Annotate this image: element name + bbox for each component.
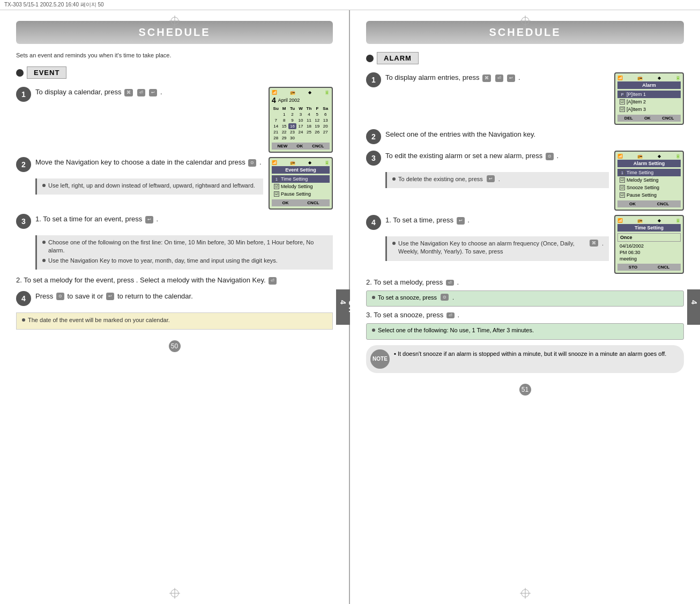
button-icon-1b: ⏎ — [137, 89, 145, 96]
alarm-section-label: ALARM — [366, 52, 419, 64]
alarm-section-dot — [366, 55, 374, 62]
alarm-set-item-1: 1 Time Setting — [617, 169, 681, 176]
alarm-screen-title: Alarm — [617, 81, 681, 89]
event-setting-title: Event Setting — [272, 166, 330, 174]
save-freq-btn: ⌘ — [590, 240, 598, 247]
crosshair-bottom-left — [169, 588, 180, 599]
calendar-table: SuMTuWThFSa 123456 78910111213 141516171… — [272, 106, 330, 141]
return-icon: ↩ — [106, 293, 114, 300]
calendar-month-year: April 2002 — [278, 98, 300, 103]
final-note-right: NOTE • It doesn't snooze if an alarm is … — [366, 345, 684, 373]
left-page: SCHEDULE Sets an event and reminds you w… — [0, 10, 350, 604]
alarm-step-3-content: To edit the existing alarm or set a new … — [385, 151, 609, 161]
alarm-edit-btn: ⊙ — [546, 153, 554, 160]
event-menu-1: 1 Time Setting — [272, 175, 330, 183]
snooze-step: 3. To set a snooze, press ⏎ . — [366, 311, 684, 319]
alarm-set-item-4: ☑ Pause Setting — [617, 191, 681, 199]
alarm-setting-screen: 📶📻◆🔋 Alarm Setting 1 Time Setting ☑ Melo… — [614, 151, 684, 211]
cal-week-3: 14151617181920 — [272, 123, 330, 129]
alarm-set-item-2: ☑ Melody Setting — [617, 176, 681, 184]
step-2-row: 2 Move the Navigation key to choose a da… — [16, 157, 263, 172]
step-3-row: 3 1. To set a time for an event, press ↩… — [16, 214, 333, 229]
step-3-content: 1. To set a time for an event, press ↩ . — [35, 214, 333, 225]
top-bar-text: TX-303 5/15-1 2002.5.20 16:40 페이지 50 — [4, 2, 104, 8]
button-icon-1a: ⌘ — [124, 89, 133, 96]
alarm-btn-3: ↩ — [507, 74, 515, 82]
alarm-set-item-3: ☑ Snooze Setting — [617, 184, 681, 191]
alarm-step-4-note: Use the Navigation Key to choose an alar… — [385, 236, 609, 261]
step-4-circle: 4 — [16, 291, 31, 306]
cal-week-1: 123456 — [272, 111, 330, 117]
alarm-btn-1: ⌘ — [482, 74, 491, 82]
event-setting-screen: 📶📻◆🔋 Event Setting 1 Time Setting ☑ Melo… — [269, 157, 333, 210]
step-2-circle: 2 — [16, 157, 31, 172]
snooze-icon: ⊙ — [441, 294, 449, 301]
time-setting-buttons: STO CNCL — [617, 264, 681, 271]
calendar-buttons: NEW OK CNCL — [272, 143, 330, 150]
event-menu-3: ☑ Pause Setting — [272, 190, 330, 198]
melody-button-icon: ⏎ — [269, 277, 277, 285]
alarm-screen-icons: 📶📻◆🔋 — [617, 76, 681, 80]
crosshair-bottom-right — [520, 588, 531, 599]
snooze-set-note: To set a snooze, press ⊙ . — [366, 290, 684, 307]
alarm-title: ALARM — [377, 52, 419, 64]
alarm-step-1-row: 1 To display alarm entries, press ⌘ ⏎ ↩ … — [366, 72, 609, 87]
alarm-setting-title: Alarm Setting — [617, 160, 681, 167]
event-screen-icons: 📶📻◆🔋 — [272, 160, 330, 165]
time-once: Once — [617, 233, 681, 242]
top-bar: TX-303 5/15-1 2002.5.20 16:40 페이지 50 — [0, 0, 700, 10]
save-icon: ⊙ — [56, 293, 64, 300]
event-setting-buttons: OK CNCL — [272, 199, 330, 206]
step-4-row: 4 Press ⊙ to save it or ↩ to return to t… — [16, 291, 333, 306]
left-page-subtitle: Sets an event and reminds you when it's … — [16, 52, 333, 58]
step-2-note: Use left, right, up and down instead of … — [35, 178, 263, 195]
alarm-screen-buttons: DEL OK CNCL — [617, 115, 681, 122]
alarm-step-4-circle: 4 — [366, 215, 381, 230]
right-page: SCHEDULE ALARM 1 To display alarm entrie… — [350, 10, 700, 604]
melody-right-btn: ⏎ — [446, 280, 454, 286]
step-1-row: 1 To display a calendar, press ⌘ ⏎ ↩ . — [16, 87, 263, 102]
section-dot — [16, 69, 24, 77]
alarm-screen: 📶📻◆🔋 Alarm P [P]Item 1 ☑ [A]Item 2 ☑ [A]… — [614, 72, 684, 125]
alarm-step-4-row: 4 1. To set a time, press ↩ . — [366, 215, 609, 230]
alarm-step-3-circle: 3 — [366, 151, 381, 166]
side-tab-right-page: CH4 — [687, 289, 700, 325]
alarm-step-2-row: 2 Select one of the entries with the Nav… — [366, 129, 684, 144]
note-bullet-1: Use left, right, up and down instead of … — [42, 182, 258, 190]
delete-btn: ↩ — [487, 175, 495, 182]
cal-week-2: 78910111213 — [272, 117, 330, 123]
crosshair-top — [169, 16, 180, 26]
cal-week-4: 21222324252627 — [272, 129, 330, 135]
snooze-select-note: Select one of the following: No use, 1 T… — [366, 323, 684, 339]
step-1-content: To display a calendar, press ⌘ ⏎ ↩ . — [35, 87, 263, 98]
page-number-left: 50 — [16, 340, 333, 352]
page-number-right: 51 — [366, 384, 684, 396]
event-section-label: EVENT — [16, 66, 66, 79]
time-screen-icons: 📶📻◆🔋 — [617, 218, 681, 223]
final-note-left: The date of the event will be marked on … — [16, 312, 333, 330]
calendar-day-num: 4 — [272, 96, 276, 105]
alarm-step-2-circle: 2 — [366, 129, 381, 144]
final-note-text: • It doesn't snooze if an alarm is stopp… — [394, 349, 666, 359]
time-btn: ↩ — [457, 217, 465, 225]
time-time: PM 06:30 — [617, 249, 681, 256]
time-setting-title: Time Setting — [617, 224, 681, 232]
button-icon-1c: ↩ — [149, 89, 157, 96]
melody-text: 2. To set a melody for the event, press … — [16, 275, 333, 286]
snooze-btn: ⏎ — [446, 312, 455, 318]
event-menu-2: ☑ Melody Setting — [272, 183, 330, 190]
alarm-item-3: ☑ [A]Item 3 — [617, 106, 681, 113]
button-icon-3: ↩ — [145, 216, 153, 223]
calendar-screen: 📶📻◆🔋 4 April 2002 SuMTuWThFSa 123456 789… — [269, 87, 333, 153]
event-title: EVENT — [27, 66, 66, 79]
cal-week-5: 282930 — [272, 135, 330, 141]
alarm-btn-2: ⏎ — [495, 74, 503, 82]
crosshair-top-right — [520, 16, 531, 26]
alarm-step-1-content: To display alarm entries, press ⌘ ⏎ ↩ . — [385, 72, 609, 83]
step-3-circle: 3 — [16, 214, 31, 229]
step3-bullet-1: Choose one of the following on the first… — [42, 238, 327, 255]
note-icon: NOTE — [370, 349, 390, 369]
screen-header-icons: 📶📻◆🔋 — [272, 90, 330, 95]
step-3-notes: Choose one of the following on the first… — [35, 235, 333, 270]
alarm-step-4-content: 1. To set a time, press ↩ . — [385, 215, 609, 226]
